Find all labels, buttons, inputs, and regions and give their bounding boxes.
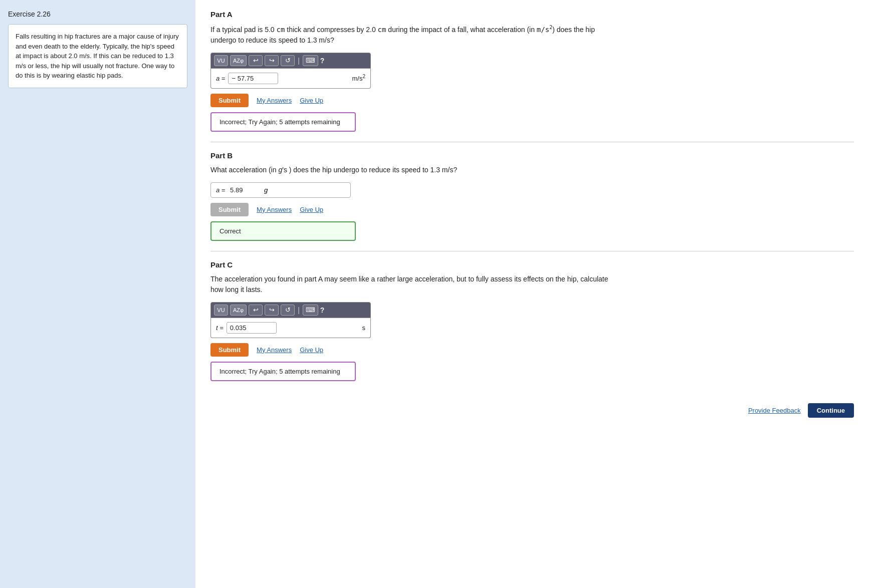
part-b-input-label: a = [216, 186, 227, 194]
part-c-toolbar-redo[interactable]: ↪ [265, 305, 279, 316]
part-a-toolbar-keyboard[interactable]: ⌨ [303, 55, 318, 66]
part-b-section: Part B What acceleration (in g's ) does … [210, 142, 854, 251]
part-b-question: What acceleration (in g's ) does the hip… [210, 165, 621, 175]
part-a-label: Part A [210, 10, 854, 19]
part-c-feedback: Incorrect; Try Again; 5 attempts remaini… [210, 362, 356, 381]
part-a-give-up-button[interactable]: Give Up [300, 97, 323, 104]
part-b-unit: g [264, 186, 268, 194]
part-a-toolbar-btn2[interactable]: AZφ [230, 55, 247, 66]
part-b-label: Part B [210, 151, 854, 160]
main-content: Part A If a typical pad is 5.0 cm thick … [195, 0, 869, 588]
part-c-buttons-row: Submit My Answers Give Up [210, 343, 854, 357]
part-c-toolbar-divider: | [298, 306, 300, 314]
part-c-toolbar-btn2[interactable]: AZφ [230, 305, 247, 316]
part-b-input-row: a = g [210, 182, 351, 198]
part-c-question: The acceleration you found in part A may… [210, 274, 621, 295]
part-c-input-label: t = [216, 324, 224, 332]
part-c-input-row: t = s [210, 318, 371, 338]
part-c-section: Part C The acceleration you found in par… [210, 251, 854, 391]
part-c-toolbar-undo[interactable]: ↩ [249, 305, 263, 316]
part-a-input-label: a = [216, 75, 225, 82]
part-a-toolbar-redo[interactable]: ↪ [265, 55, 279, 66]
part-c-submit-button[interactable]: Submit [210, 343, 249, 357]
part-c-input[interactable] [227, 322, 277, 334]
sidebar: Exercise 2.26 Falls resulting in hip fra… [0, 0, 195, 588]
part-a-toolbar-undo[interactable]: ↩ [249, 55, 263, 66]
part-a-feedback: Incorrect; Try Again; 5 attempts remaini… [210, 112, 356, 132]
part-c-toolbar-btn1[interactable]: VU [214, 305, 228, 316]
part-a-toolbar-btn1[interactable]: VU [214, 55, 228, 66]
provide-feedback-button[interactable]: Provide Feedback [748, 407, 801, 414]
part-a-submit-button[interactable]: Submit [210, 94, 249, 107]
part-a-toolbar-reset[interactable]: ↺ [281, 55, 295, 66]
part-b-buttons-row: Submit My Answers Give Up [210, 203, 854, 216]
part-b-give-up-button[interactable]: Give Up [300, 206, 323, 213]
part-c-my-answers-button[interactable]: My Answers [257, 346, 292, 354]
part-a-input[interactable] [228, 73, 278, 84]
context-text: Falls resulting in hip fractures are a m… [16, 33, 179, 79]
part-c-toolbar-keyboard[interactable]: ⌨ [303, 305, 318, 316]
part-c-toolbar-help[interactable]: ? [320, 306, 325, 314]
part-b-input-container: a = g [210, 182, 854, 198]
part-c-unit: s [362, 324, 366, 332]
continue-button[interactable]: Continue [808, 403, 854, 418]
part-b-submit-button[interactable]: Submit [210, 203, 249, 216]
part-a-question: If a typical pad is 5.0 cm thick and com… [210, 24, 621, 46]
part-a-toolbar-divider: | [298, 57, 300, 65]
part-b-my-answers-button[interactable]: My Answers [257, 206, 292, 213]
part-b-input[interactable] [230, 186, 260, 194]
part-a-math-toolbar: VU AZφ ↩ ↪ ↺ | ⌨ ? [210, 53, 371, 69]
part-c-toolbar-reset[interactable]: ↺ [281, 305, 295, 316]
part-a-section: Part A If a typical pad is 5.0 cm thick … [210, 10, 854, 142]
part-c-label: Part C [210, 260, 854, 269]
bottom-bar: Provide Feedback Continue [210, 403, 854, 418]
part-c-math-toolbar: VU AZφ ↩ ↪ ↺ | ⌨ ? [210, 302, 371, 318]
part-b-feedback: Correct [210, 221, 356, 241]
exercise-title: Exercise 2.26 [8, 10, 187, 18]
part-a-buttons-row: Submit My Answers Give Up [210, 94, 854, 107]
part-a-toolbar-help[interactable]: ? [320, 57, 325, 65]
part-a-input-row: a = m/s2 [210, 69, 371, 89]
part-a-my-answers-button[interactable]: My Answers [257, 97, 292, 104]
part-a-unit: m/s2 [352, 74, 365, 82]
context-box: Falls resulting in hip fractures are a m… [8, 24, 187, 88]
part-c-give-up-button[interactable]: Give Up [300, 346, 323, 354]
